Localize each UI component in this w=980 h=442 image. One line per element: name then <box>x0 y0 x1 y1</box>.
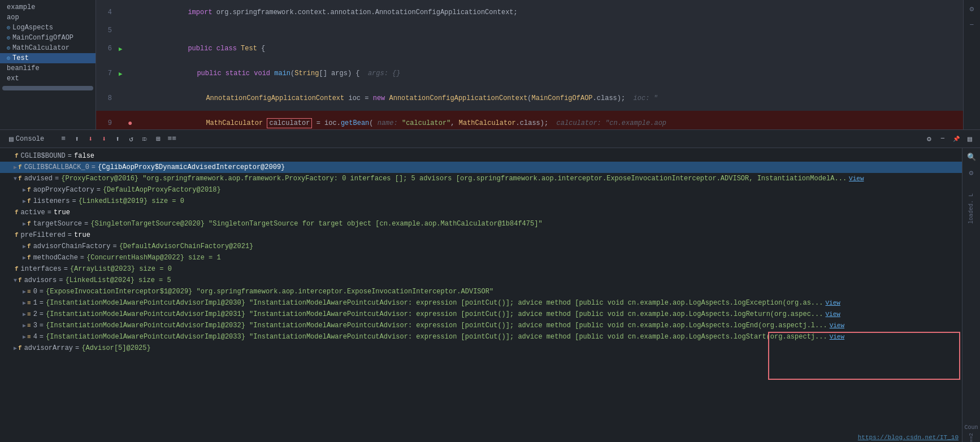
var-row-prefiltered[interactable]: f preFiltered = true <box>0 229 962 241</box>
breakpoint-icon[interactable]: ● <box>128 119 132 128</box>
var-row-cglib-callback[interactable]: ▶ f CGLIB$CALLBACK_0 = {CglibAopProxy$Dy… <box>0 162 962 173</box>
loaded-label: loaded. L <box>968 193 974 224</box>
sidebar-item-logaspects[interactable]: ⊙ LogAspects <box>0 23 96 33</box>
search-icon[interactable]: 🔍 <box>965 150 978 164</box>
debug-btn-up[interactable]: ⬆ <box>71 133 83 145</box>
debug-btn-refresh[interactable]: ↺ <box>125 133 137 145</box>
var-row-advisor-3[interactable]: ▶ ≡ 3 = {InstantiationModelAwarePointcut… <box>0 320 962 331</box>
var-row-advised[interactable]: ▼ f advised = {ProxyFactory@2016} "org.s… <box>0 173 962 184</box>
scroll-indicator[interactable] <box>2 86 93 90</box>
view-link-4[interactable]: View <box>830 333 844 340</box>
var-row-listeners[interactable]: ▶ f listeners = {LinkedList@2019} size =… <box>0 196 962 207</box>
class-dot-active-icon: ⊙ <box>7 55 10 62</box>
view-link-1[interactable]: View <box>825 300 840 306</box>
code-line-6[interactable]: 6 ▶ public class Test { <box>96 36 963 61</box>
gear-icon[interactable]: ⚙ <box>965 2 979 16</box>
var-row-advisors[interactable]: ▼ f advisors = {LinkedList@2024} size = … <box>0 275 962 286</box>
debug-toolbar: ▤ Console ≡ ⬆ ⬇ ⬇ ⬆ ↺ ⎄ ⊞ ≡≡ ⚙ − 📌 ▤ <box>0 130 980 148</box>
var-row-advisor-1[interactable]: ▶ ≡ 1 = {InstantiationModelAwarePointcut… <box>0 297 962 309</box>
var-row-cglib-bound[interactable]: f CGLIB$BOUND = false <box>0 150 962 162</box>
debug-panel: ▤ Console ≡ ⬆ ⬇ ⬇ ⬆ ↺ ⎄ ⊞ ≡≡ ⚙ − 📌 ▤ <box>0 130 980 442</box>
debug-icons: ≡ ⬆ ⬇ ⬇ ⬆ ↺ ⎄ ⊞ ≡≡ <box>58 133 177 145</box>
var-row-advisor-4[interactable]: ▶ ≡ 4 = {InstantiationModelAwarePointcut… <box>0 331 962 343</box>
var-row-targetsource[interactable]: ▶ f targetSource = {SingletonTargetSourc… <box>0 218 962 229</box>
var-row-aopproxyfactory[interactable]: ▶ f aopProxyFactory = {DefaultAopProxyFa… <box>0 184 962 196</box>
sidebar-item-mathcalculator[interactable]: ⊙ MathCalculator <box>0 43 96 53</box>
settings-gear-icon[interactable]: ⚙ <box>965 166 978 180</box>
panel-layout-icon[interactable]: ▤ <box>964 133 975 145</box>
console-tab[interactable]: ▤ Console <box>5 133 49 145</box>
view-link-3[interactable]: View <box>830 322 844 329</box>
count-label: Coun <box>964 424 978 431</box>
debug-btn-down2[interactable]: ⬇ <box>98 133 110 145</box>
code-line-8[interactable]: 8 AnnotationConfigApplicationContext ioc… <box>96 86 963 111</box>
var-row-interfaces[interactable]: f interfaces = {ArrayList@2023} size = 0 <box>0 263 962 275</box>
debug-content: f CGLIB$BOUND = false ▶ f CGLIB$CALLBACK… <box>0 148 980 442</box>
console-icon: ▤ <box>9 135 14 144</box>
sidebar: example aop ⊙ LogAspects ⊙ MainConfigOfA… <box>0 0 96 129</box>
minimize-icon[interactable]: − <box>965 18 979 32</box>
editor-area: example aop ⊙ LogAspects ⊙ MainConfigOfA… <box>0 0 980 130</box>
code-panel: 4 import org.springframework.context.ann… <box>96 0 963 129</box>
toolbar-right-icons: ⚙ − 📌 ▤ <box>923 133 975 145</box>
class-dot-icon: ⊙ <box>7 24 10 31</box>
var-row-methodcache[interactable]: ▶ f methodCache = {ConcurrentHashMap@202… <box>0 252 962 263</box>
pin-icon[interactable]: 📌 <box>951 133 962 145</box>
code-line-9[interactable]: 9 ● MathCalculator calculator = ioc.getB… <box>96 111 963 129</box>
variables-panel[interactable]: f CGLIB$BOUND = false ▶ f CGLIB$CALLBACK… <box>0 148 962 442</box>
debug-btn-down1[interactable]: ⬇ <box>85 133 96 145</box>
counter-2-label: ==2 <box>969 433 974 442</box>
editor-right-panel: ⚙ − <box>963 0 980 129</box>
code-lines: 4 import org.springframework.context.ann… <box>96 0 963 129</box>
main-container: example aop ⊙ LogAspects ⊙ MainConfigOfA… <box>0 0 980 442</box>
sidebar-item-example[interactable]: example <box>0 2 96 12</box>
debug-btn-list[interactable]: ≡≡ <box>166 133 177 145</box>
debug-btn-up2[interactable]: ⬆ <box>112 133 123 145</box>
sidebar-item-mainconfigofaop[interactable]: ⊙ MainConfigOfAOP <box>0 33 96 43</box>
class-dot-icon: ⊙ <box>7 45 10 51</box>
var-row-advisor-0[interactable]: ▶ ≡ 0 = {ExposeInvocationInterceptor$1@2… <box>0 286 962 297</box>
run-arrow-7[interactable]: ▶ <box>119 70 128 77</box>
debug-btn-grid[interactable]: ⊞ <box>153 133 164 145</box>
class-dot-icon: ⊙ <box>7 34 10 41</box>
debug-right-panel: 🔍 ⚙ loaded. L Coun ==2 <box>962 148 980 442</box>
settings-icon[interactable]: ⚙ <box>923 133 935 145</box>
var-row-advisor-2[interactable]: ▶ ≡ 2 = {InstantiationModelAwarePointcut… <box>0 309 962 320</box>
view-link-advised[interactable]: View <box>849 175 864 182</box>
var-row-advisorarray[interactable]: ▶ f advisorArray = {Advisor[5]@2025} <box>0 343 962 354</box>
sidebar-item-test[interactable]: ⊙ Test <box>0 53 96 63</box>
var-row-active[interactable]: f active = true <box>0 207 962 218</box>
code-line-5[interactable]: 5 <box>96 25 963 36</box>
debug-btn-filter[interactable]: ⎄ <box>139 133 150 145</box>
sidebar-item-beanlife[interactable]: beanlife <box>0 63 96 73</box>
sidebar-item-ext[interactable]: ext <box>0 73 96 84</box>
var-row-advisorchainfactory[interactable]: ▶ f advisorChainFactory = {DefaultAdviso… <box>0 241 962 252</box>
sidebar-item-aop[interactable]: aop <box>0 12 96 23</box>
code-line-4[interactable]: 4 import org.springframework.context.ann… <box>96 0 963 25</box>
run-arrow-6[interactable]: ▶ <box>119 45 128 53</box>
close-panel-icon[interactable]: − <box>937 133 948 145</box>
debug-btn-1[interactable]: ≡ <box>58 133 69 145</box>
view-link-2[interactable]: View <box>825 311 840 318</box>
code-line-7[interactable]: 7 ▶ public static void main(String[] arg… <box>96 61 963 86</box>
url-bar[interactable]: https://blog.csdn.net/IT_10 <box>855 433 962 442</box>
